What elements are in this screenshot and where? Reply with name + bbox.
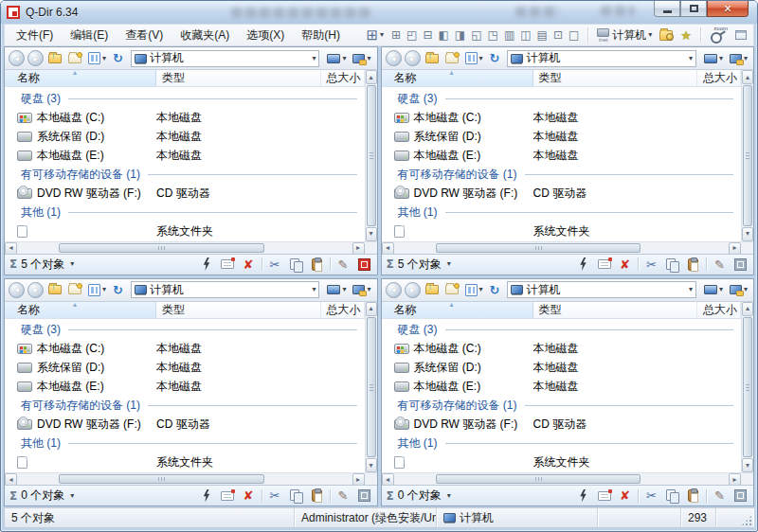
horizontal-scrollbar[interactable]: ◂ ▸ [5, 472, 377, 485]
file-row[interactable]: 系统保留 (D:)本地磁盘 [382, 127, 742, 146]
vertical-scrollbar[interactable]: ▴ ▾ [365, 70, 377, 241]
address-bar[interactable]: 计算机 ▾ [507, 281, 696, 298]
layout-rows-button[interactable]: ▤ [534, 28, 550, 42]
address-dropdown-icon[interactable]: ▾ [689, 286, 693, 293]
computer-menu-button[interactable]: ▾ [728, 284, 749, 295]
up-button[interactable]: ↑ [424, 284, 441, 295]
menu-item[interactable]: 编辑(E) [63, 25, 116, 46]
active-pane-indicator[interactable] [356, 488, 372, 504]
copy-button[interactable] [288, 257, 304, 273]
menu-item[interactable]: 文件(F) [9, 25, 61, 46]
rename-button[interactable] [220, 257, 236, 273]
forward-button[interactable]: ▸ [27, 50, 44, 66]
refresh-button[interactable]: ↻ [488, 283, 502, 297]
minimize-button[interactable] [654, 1, 680, 17]
active-pane-indicator[interactable] [356, 257, 372, 273]
active-pane-indicator[interactable] [732, 488, 749, 504]
group-header[interactable]: 有可移动存储的设备 (1) [382, 165, 742, 184]
up-button[interactable]: ↑ [46, 53, 63, 64]
folder-options-button[interactable] [657, 29, 676, 42]
column-size[interactable]: 总大小 [321, 70, 365, 86]
zoom-button[interactable]: zoom [707, 27, 731, 44]
scroll-down-icon[interactable]: ▾ [366, 458, 377, 472]
delete-button[interactable]: ✘ [617, 488, 633, 504]
rename-button[interactable] [596, 488, 612, 504]
layout-quad-dot-button[interactable]: ⊡ [550, 28, 566, 42]
group-header[interactable]: 其他 (1) [5, 203, 365, 222]
inet-computer-button[interactable]: inet 计算机 ▾ [594, 27, 655, 44]
edit-button[interactable]: ✎ [335, 257, 352, 273]
back-button[interactable]: ◂ [386, 50, 402, 66]
file-row[interactable]: 系统文件夹 [5, 222, 365, 240]
column-name[interactable]: 名称▴ [5, 302, 156, 318]
copy-button[interactable] [288, 488, 304, 504]
group-header[interactable]: 硬盘 (3) [5, 321, 365, 340]
scrollbar-thumb[interactable] [367, 85, 376, 226]
back-button[interactable]: ◂ [9, 50, 25, 66]
object-count[interactable]: 0 个对象 [398, 488, 442, 504]
column-type[interactable]: 类型 [533, 70, 698, 86]
new-folder-button[interactable] [443, 284, 460, 295]
file-row[interactable]: 系统文件夹 [382, 453, 742, 472]
column-type[interactable]: 类型 [533, 302, 698, 318]
maximize-button[interactable] [680, 1, 707, 17]
turbo-button[interactable] [199, 488, 215, 504]
count-dropdown-icon[interactable]: ▾ [70, 260, 74, 268]
group-header[interactable]: 有可移动存储的设备 (1) [5, 165, 365, 184]
file-row[interactable]: 系统保留 (D:)本地磁盘 [5, 127, 365, 146]
scroll-down-icon[interactable]: ▾ [742, 227, 753, 241]
address-bar[interactable]: 计算机 ▾ [507, 50, 696, 67]
column-type[interactable]: 类型 [156, 70, 321, 86]
paste-button[interactable] [685, 257, 701, 273]
up-button[interactable]: ↑ [424, 53, 441, 64]
forward-button[interactable]: ▸ [405, 282, 421, 298]
column-name[interactable]: 名称▴ [382, 70, 533, 86]
layout-quad-button[interactable]: ⊞ [388, 28, 404, 42]
layout-quad-left-button[interactable]: ◰ [404, 28, 420, 42]
screen-menu-button[interactable]: ▾ [325, 53, 348, 64]
object-count[interactable]: 5 个对象 [21, 257, 64, 273]
file-row[interactable]: 本地磁盘 (E:)本地磁盘 [5, 146, 365, 165]
object-count[interactable]: 5 个对象 [398, 257, 442, 273]
file-row[interactable]: 系统文件夹 [5, 453, 365, 472]
new-folder-button[interactable] [66, 53, 83, 64]
refresh-button[interactable]: ↻ [111, 283, 125, 297]
file-row[interactable]: 本地磁盘 (C:)本地磁盘 [5, 340, 365, 359]
screen-menu-button[interactable]: ▾ [325, 284, 348, 295]
refresh-button[interactable]: ↻ [111, 51, 125, 65]
new-folder-button[interactable] [66, 284, 83, 295]
layout-two-horizontal-button[interactable]: ⊟ [420, 28, 435, 42]
active-pane-indicator[interactable] [732, 257, 749, 273]
new-folder-button[interactable] [443, 53, 460, 64]
scroll-up-icon[interactable]: ▴ [366, 302, 377, 316]
vertical-scrollbar[interactable]: ▴ ▾ [365, 302, 377, 473]
file-row[interactable]: 本地磁盘 (E:)本地磁盘 [382, 378, 742, 397]
layout-top-right-button[interactable]: ◳ [485, 28, 501, 42]
delete-button[interactable]: ✘ [241, 488, 257, 504]
layout-right-half-button[interactable]: ◨ [452, 28, 468, 42]
vertical-scrollbar[interactable]: ▴ ▾ [741, 70, 753, 241]
layout-menu-button[interactable]: ⊞ ▾ [363, 27, 387, 44]
computer-menu-button[interactable]: ▾ [351, 53, 372, 64]
file-row[interactable]: DVD RW 驱动器 (F:)CD 驱动器 [5, 416, 365, 434]
column-size[interactable]: 总大小 [697, 302, 741, 318]
layout-two-vertical-button[interactable]: ◫ [517, 28, 533, 42]
column-name[interactable]: 名称▴ [5, 70, 156, 86]
address-dropdown-icon[interactable]: ▾ [312, 286, 316, 293]
menu-item[interactable]: 帮助(H) [294, 25, 348, 46]
horizontal-scrollbar[interactable]: ◂ ▸ [5, 241, 377, 254]
computer-menu-button[interactable]: ▾ [728, 53, 749, 64]
vertical-scrollbar[interactable]: ▴ ▾ [741, 302, 753, 473]
horizontal-scrollbar[interactable]: ◂ ▸ [382, 241, 754, 254]
scroll-down-icon[interactable]: ▾ [366, 227, 377, 241]
paste-button[interactable] [309, 257, 325, 273]
cut-button[interactable]: ✂ [643, 488, 659, 504]
address-bar[interactable]: 计算机 ▾ [131, 50, 320, 67]
turbo-button[interactable] [199, 257, 215, 273]
forward-button[interactable]: ▸ [405, 50, 421, 66]
group-header[interactable]: 其他 (1) [382, 434, 742, 453]
paste-button[interactable] [309, 488, 325, 504]
column-size[interactable]: 总大小 [697, 70, 741, 86]
file-row[interactable]: 本地磁盘 (C:)本地磁盘 [382, 340, 742, 359]
layout-left-half-button[interactable]: ◧ [436, 28, 452, 42]
